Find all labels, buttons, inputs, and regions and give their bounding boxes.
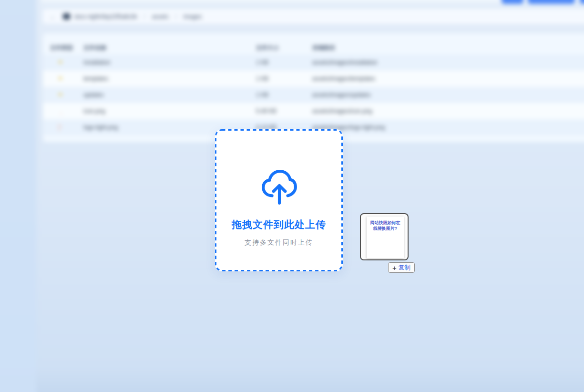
file-name[interactable]: updates — [83, 92, 104, 98]
breadcrumb-bucket[interactable]: docs-4g9n0kp22f5a8c3b — [74, 13, 137, 20]
breadcrumb-separator: / — [175, 13, 176, 20]
file-path: assets/images/templates — [312, 75, 375, 82]
column-header-file-path[interactable]: 存储路径 — [312, 44, 335, 52]
file-table: 文件类型 文件名称 文件大小 存储路径 installation 1 KB as… — [43, 33, 584, 142]
snapshot-title: 网站快照如何在线替换图片? — [370, 220, 400, 231]
upload-dropzone[interactable]: 拖拽文件到此处上传 支持多文件同时上传 — [215, 129, 343, 271]
file-name[interactable]: icon.png — [83, 108, 105, 114]
file-name[interactable]: installation — [83, 59, 111, 66]
column-header-file-type[interactable]: 文件类型 — [50, 44, 73, 52]
sidebar — [0, 0, 36, 392]
column-header-file-name[interactable]: 文件名称 — [83, 44, 106, 52]
table-row[interactable]: updates 1 KB assets/images/updates — [43, 87, 584, 103]
back-icon[interactable]: ← — [50, 13, 56, 21]
breadcrumb-item-assets[interactable]: assets — [152, 13, 169, 20]
drag-drop-upload-screen: ← docs-4g9n0kp22f5a8c3b / assets / image… — [0, 0, 584, 392]
file-size: 1 KB — [256, 59, 268, 66]
file-path: assets/images/icon.png — [312, 108, 372, 114]
breadcrumb-item-images[interactable]: images — [184, 13, 202, 20]
toolbar-button-edge[interactable] — [580, 0, 584, 4]
file-size: 1 KB — [256, 92, 268, 98]
plus-icon: + — [392, 264, 397, 271]
bucket-icon — [63, 13, 70, 20]
file-path: assets/images/installation — [312, 59, 378, 66]
file-path: assets/images/updates — [312, 92, 371, 98]
copy-badge-label: 复制 — [399, 264, 410, 272]
file-size: 1 KB — [256, 75, 268, 82]
snapshot-page: 网站快照如何在线替换图片? — [367, 217, 404, 258]
breadcrumb-separator: / — [143, 13, 145, 20]
file-size: 5.49 KB — [256, 108, 277, 114]
table-row[interactable]: icon.png 5.49 KB assets/images/icon.png — [43, 103, 584, 119]
copy-badge: + 复制 — [388, 262, 415, 273]
toolbar-button-primary[interactable] — [528, 0, 575, 4]
dropzone-title: 拖拽文件到此处上传 — [232, 218, 326, 231]
drag-preview-card[interactable]: 网站快照如何在线替换图片? — [360, 213, 409, 260]
image-faded-icon — [59, 124, 60, 131]
table-row[interactable]: installation 1 KB assets/images/installa… — [43, 54, 584, 71]
cloud-upload-icon — [260, 168, 297, 206]
file-name[interactable]: logo-light.png — [83, 124, 118, 131]
breadcrumb: ← docs-4g9n0kp22f5a8c3b / assets / image… — [43, 9, 584, 24]
toolbar-button-small[interactable] — [502, 0, 523, 4]
table-header-row: 文件类型 文件名称 文件大小 存储路径 — [43, 33, 584, 54]
column-header-file-size[interactable]: 文件大小 — [256, 44, 279, 52]
dropzone-subtitle: 支持多文件同时上传 — [245, 238, 313, 247]
file-name[interactable]: templates — [83, 75, 108, 82]
table-row[interactable]: templates 1 KB assets/images/templates — [43, 71, 584, 87]
